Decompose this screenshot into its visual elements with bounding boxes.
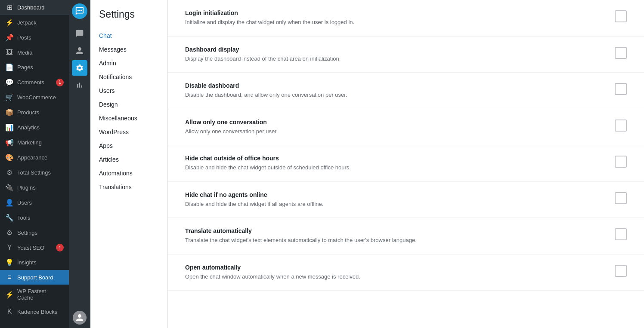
settings-nav-item-notifications[interactable]: Notifications [90,70,167,84]
sidebar-item-wp-fastest-cache[interactable]: ⚡ WP Fastest Cache [0,285,69,304]
sidebar-label-kadence-blocks: Kadence Blocks [17,309,64,315]
sidebar-label-jetpack: Jetpack [17,19,64,26]
sidebar-label-marketing: Marketing [17,139,64,146]
svg-point-0 [77,10,79,11]
sidebar-item-marketing[interactable]: 📢 Marketing [0,135,69,150]
settings-nav-item-translations[interactable]: Translations [90,180,167,194]
sidebar-label-posts: Posts [17,34,64,41]
settings-nav-item-design[interactable]: Design [90,98,167,111]
settings-checkbox-login-initialization[interactable] [615,10,627,22]
settings-item-open-automatically: Open automatically Open the chat window … [168,254,644,291]
jetpack-icon: ⚡ [5,18,14,27]
sidebar-label-tools: Tools [17,215,64,221]
svg-point-1 [79,10,80,11]
support-board-icon: ≡ [5,273,14,281]
analytics-icon: 📊 [5,123,14,132]
sidebar-item-settings[interactable]: ⚙ Settings [0,225,69,240]
settings-nav-item-wordpress[interactable]: WordPress [90,125,167,139]
sidebar-item-users[interactable]: 👤 Users [0,195,69,210]
tools-icon: 🔧 [5,214,14,222]
sidebar-item-dashboard[interactable]: ⊞ Dashboard [0,0,69,15]
settings-item-dashboard-display: Dashboard display Display the dashboard … [168,37,644,73]
wp-fastest-cache-icon: ⚡ [5,291,14,299]
sidebar-item-posts[interactable]: 📌 Posts [0,30,69,45]
sidebar-label-pages: Pages [17,64,64,71]
sidebar-item-support-board[interactable]: ≡ Support Board [0,270,69,285]
settings-item-content-translate-automatically: Translate automatically Translate the ch… [185,227,606,245]
products-icon: 📦 [5,108,14,116]
sidebar-label-yoast-seo: Yoast SEO [17,245,53,251]
posts-icon: 📌 [5,34,14,42]
settings-checkbox-dashboard-display[interactable] [615,47,627,59]
settings-item-translate-automatically: Translate automatically Translate the ch… [168,218,644,254]
settings-item-content-hide-outside-office: Hide chat outside of office hours Disabl… [185,155,606,172]
svg-point-2 [80,10,82,11]
sidebar-item-tools[interactable]: 🔧 Tools [0,210,69,225]
dashboard-icon: ⊞ [5,3,14,12]
sidebar-item-insights[interactable]: 💡 Insights [0,255,69,270]
sb-user-icon-btn[interactable] [72,43,87,58]
settings-item-content-allow-one-conversation: Allow only one conversation Allow only o… [185,119,606,136]
sidebar-item-products[interactable]: 📦 Products [0,105,69,120]
settings-item-hide-outside-office: Hide chat outside of office hours Disabl… [168,145,644,182]
plugins-icon: 🔌 [5,184,14,192]
settings-checkbox-hide-outside-office[interactable] [615,156,627,168]
settings-item-login-initialization: Login initialization Initialize and disp… [168,0,644,37]
sidebar-item-jetpack[interactable]: ⚡ Jetpack [0,15,69,30]
sb-analytics-icon-btn[interactable] [72,77,87,93]
settings-item-content-disable-dashboard: Disable dashboard Disable the dashboard,… [185,82,606,99]
settings-nav-item-messages[interactable]: Messages [90,43,167,56]
badge-comments: 1 [56,79,64,86]
sb-chat-icon-btn[interactable] [72,26,87,41]
settings-nav-item-automations[interactable]: Automations [90,166,167,180]
settings-nav-item-articles[interactable]: Articles [90,153,167,166]
sidebar-label-analytics: Analytics [17,124,64,131]
sidebar-item-yoast-seo[interactable]: Y Yoast SEO 1 [0,240,69,255]
sidebar-label-wp-fastest-cache: WP Fastest Cache [17,288,64,301]
settings-checkbox-allow-one-conversation[interactable] [615,120,627,132]
settings-nav-item-users[interactable]: Users [90,84,167,98]
settings-item-desc-allow-one-conversation: Allow only one conversation per user. [185,127,443,136]
settings-item-title-dashboard-display: Dashboard display [185,46,606,53]
badge-yoast-seo: 1 [56,244,64,251]
sb-settings-icon-btn[interactable] [72,60,87,76]
settings-nav-item-apps[interactable]: Apps [90,139,167,153]
settings-checkbox-disable-dashboard[interactable] [615,83,627,95]
insights-icon: 💡 [5,258,14,267]
settings-item-desc-hide-no-agents: Disable and hide the chat widget if all … [185,200,443,208]
settings-item-content-dashboard-display: Dashboard display Display the dashboard … [185,46,606,63]
main-content: Login initialization Initialize and disp… [168,0,644,328]
settings-nav-item-admin[interactable]: Admin [90,56,167,70]
settings-nav-item-chat[interactable]: Chat [90,29,167,43]
sidebar-item-kadence-blocks[interactable]: K Kadence Blocks [0,304,69,319]
settings-item-title-hide-no-agents: Hide chat if no agents online [185,191,606,198]
settings-item-title-open-automatically: Open automatically [185,264,606,271]
yoast-seo-icon: Y [5,244,14,251]
sidebar-item-analytics[interactable]: 📊 Analytics [0,120,69,135]
sidebar-label-insights: Insights [17,259,64,266]
woocommerce-icon: 🛒 [5,93,14,101]
sidebar-item-total-settings[interactable]: ⚙ Total Settings [0,165,69,180]
settings-checkbox-open-automatically[interactable] [615,265,627,277]
settings-item-disable-dashboard: Disable dashboard Disable the dashboard,… [168,73,644,109]
total-settings-icon: ⚙ [5,169,14,177]
sidebar-item-woocommerce[interactable]: 🛒 WooCommerce [0,90,69,105]
settings-item-content-hide-no-agents: Hide chat if no agents online Disable an… [185,191,606,208]
settings-item-title-login-initialization: Login initialization [185,9,606,16]
settings-item-desc-hide-outside-office: Disable and hide the chat widget outside… [185,163,443,172]
sidebar-item-comments[interactable]: 💬 Comments 1 [0,75,69,90]
sb-logo[interactable] [72,3,87,19]
sidebar-item-plugins[interactable]: 🔌 Plugins [0,180,69,195]
settings-item-desc-login-initialization: Initialize and display the chat widget o… [185,18,443,27]
settings-checkbox-translate-automatically[interactable] [615,228,627,240]
settings-checkbox-hide-no-agents[interactable] [615,192,627,204]
sidebar-item-appearance[interactable]: 🎨 Appearance [0,150,69,165]
sidebar-item-media[interactable]: 🖼 Media [0,45,69,60]
appearance-icon: 🎨 [5,153,14,162]
sb-avatar[interactable] [73,311,87,325]
sidebar-item-pages[interactable]: 📄 Pages [0,60,69,75]
settings-nav-item-miscellaneous[interactable]: Miscellaneous [90,111,167,125]
sidebar-label-users: Users [17,199,64,206]
settings-item-desc-open-automatically: Open the chat window automatically when … [185,273,443,281]
settings-item-content-login-initialization: Login initialization Initialize and disp… [185,9,606,27]
